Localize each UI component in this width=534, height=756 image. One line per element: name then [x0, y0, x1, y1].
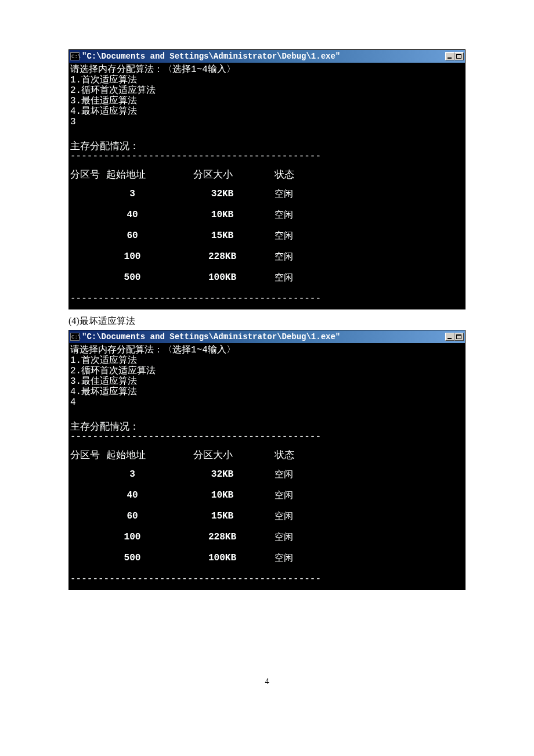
table-row: 60 15KB 空闲 — [70, 506, 464, 527]
divider-line: ----------------------------------------… — [70, 575, 464, 582]
console-window-1: C:\ "C:\Documents and Settings\Administr… — [68, 49, 466, 309]
window-buttons — [445, 333, 464, 341]
table-row: 3 32KB 空闲 — [70, 464, 464, 485]
table-row: 500 100KB 空闲 — [70, 267, 464, 288]
header-state: 状态 — [275, 170, 321, 180]
table-row: 500 100KB 空闲 — [70, 548, 464, 568]
table-row: 3 32KB 空闲 — [70, 183, 464, 204]
maximize-button[interactable] — [454, 52, 464, 60]
table-row: 100 228KB 空闲 — [70, 246, 464, 267]
user-input: 4 — [70, 397, 464, 408]
header-id: 分区号 — [70, 451, 106, 460]
console-window-2: C:\ "C:\Documents and Settings\Administr… — [68, 330, 466, 590]
maximize-button[interactable] — [454, 333, 464, 341]
page-number: 4 — [68, 677, 466, 686]
cmd-icon: C:\ — [70, 333, 80, 341]
table-row: 100 228KB 空闲 — [70, 527, 464, 548]
header-state: 状态 — [275, 451, 321, 460]
table-header: 分区号 起始地址 分区大小 状态 — [70, 170, 464, 180]
cmd-icon: C:\ — [70, 52, 80, 60]
titlebar-text: "C:\Documents and Settings\Administrator… — [82, 52, 445, 61]
header-addr: 起始地址 — [106, 170, 193, 180]
menu-option-3: 3.最佳适应算法 — [70, 376, 464, 387]
table-header: 分区号 起始地址 分区大小 状态 — [70, 451, 464, 460]
divider-line: ----------------------------------------… — [70, 433, 464, 440]
divider-line: ----------------------------------------… — [70, 153, 464, 160]
header-size: 分区大小 — [193, 170, 275, 180]
minimize-button[interactable] — [445, 333, 454, 341]
prompt-line: 请选择内存分配算法：〈选择1~4输入〉 — [70, 345, 464, 355]
menu-option-3: 3.最佳适应算法 — [70, 96, 464, 106]
menu-option-1: 1.首次适应算法 — [70, 355, 464, 366]
table-row: 40 10KB 空闲 — [70, 485, 464, 506]
minimize-button[interactable] — [445, 52, 454, 60]
header-addr: 起始地址 — [106, 451, 193, 460]
header-id: 分区号 — [70, 170, 106, 180]
menu-option-1: 1.首次适应算法 — [70, 75, 464, 85]
figure-caption: (4)最坏适应算法 — [68, 315, 466, 327]
prompt-line: 请选择内存分配算法：〈选择1~4输入〉 — [70, 64, 464, 75]
divider-line: ----------------------------------------… — [70, 295, 464, 302]
table-row: 40 10KB 空闲 — [70, 204, 464, 225]
console-body-2: 请选择内存分配算法：〈选择1~4输入〉 1.首次适应算法 2.循环首次适应算法 … — [69, 343, 465, 589]
user-input: 3 — [70, 117, 464, 127]
header-size: 分区大小 — [193, 451, 275, 460]
titlebar-text: "C:\Documents and Settings\Administrator… — [82, 332, 445, 341]
window-buttons — [445, 52, 464, 60]
menu-option-4: 4.最坏适应算法 — [70, 387, 464, 397]
titlebar[interactable]: C:\ "C:\Documents and Settings\Administr… — [69, 330, 465, 343]
titlebar[interactable]: C:\ "C:\Documents and Settings\Administr… — [69, 50, 465, 63]
table-row: 60 15KB 空闲 — [70, 225, 464, 246]
console-body-1: 请选择内存分配算法：〈选择1~4输入〉 1.首次适应算法 2.循环首次适应算法 … — [69, 63, 465, 309]
menu-option-4: 4.最坏适应算法 — [70, 106, 464, 117]
menu-option-2: 2.循环首次适应算法 — [70, 366, 464, 376]
menu-option-2: 2.循环首次适应算法 — [70, 85, 464, 96]
